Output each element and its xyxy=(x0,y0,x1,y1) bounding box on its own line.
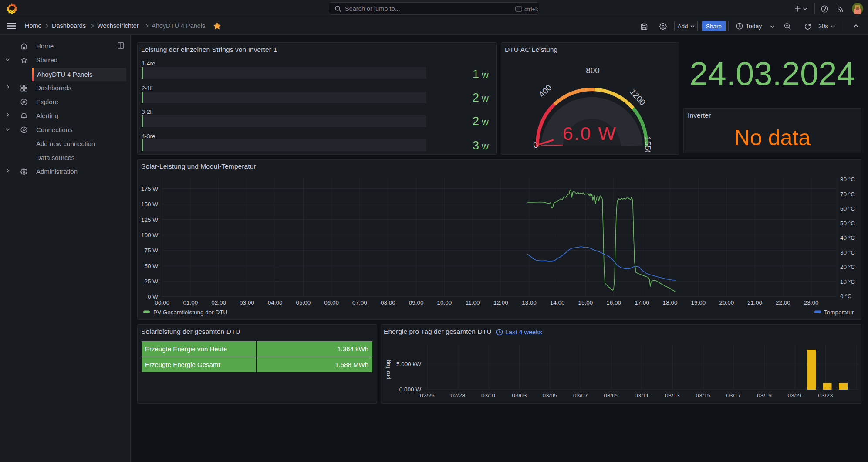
svg-text:03/13: 03/13 xyxy=(665,392,680,399)
svg-text:02/28: 02/28 xyxy=(451,392,466,399)
svg-text:03/11: 03/11 xyxy=(635,392,649,399)
svg-text:02:00: 02:00 xyxy=(211,299,226,306)
svg-text:03/05: 03/05 xyxy=(543,392,557,399)
svg-text:50 W: 50 W xyxy=(144,263,158,269)
svg-text:12:00: 12:00 xyxy=(493,299,508,306)
svg-text:13:00: 13:00 xyxy=(522,299,537,306)
svg-text:80 °C: 80 °C xyxy=(840,176,855,183)
svg-text:5.000 kW: 5.000 kW xyxy=(396,361,421,367)
svg-text:100 W: 100 W xyxy=(141,232,158,238)
svg-text:10 °C: 10 °C xyxy=(840,279,855,285)
svg-text:50 °C: 50 °C xyxy=(840,220,855,227)
svg-text:11:00: 11:00 xyxy=(466,299,480,306)
svg-text:05:00: 05:00 xyxy=(296,299,311,306)
svg-text:25 W: 25 W xyxy=(144,278,158,285)
svg-text:08:00: 08:00 xyxy=(381,299,395,306)
svg-text:75 W: 75 W xyxy=(144,247,158,254)
svg-text:03/07: 03/07 xyxy=(573,392,588,399)
svg-text:03/15: 03/15 xyxy=(696,392,711,399)
svg-text:400: 400 xyxy=(537,83,553,99)
svg-text:03:00: 03:00 xyxy=(240,299,254,306)
svg-text:40 °C: 40 °C xyxy=(840,234,855,241)
svg-text:14:00: 14:00 xyxy=(550,299,565,306)
svg-text:21:00: 21:00 xyxy=(747,299,762,306)
svg-text:10:00: 10:00 xyxy=(437,299,452,306)
svg-text:0 °C: 0 °C xyxy=(840,293,852,299)
svg-text:07:00: 07:00 xyxy=(352,299,367,306)
svg-text:03/21: 03/21 xyxy=(788,392,803,399)
svg-text:60 °C: 60 °C xyxy=(840,205,855,212)
svg-text:20:00: 20:00 xyxy=(719,299,734,306)
svg-text:6.0 W: 6.0 W xyxy=(563,123,617,144)
svg-text:1550: 1550 xyxy=(643,136,652,152)
svg-text:03/03: 03/03 xyxy=(512,392,527,399)
svg-text:175 W: 175 W xyxy=(141,186,158,192)
svg-text:03/23: 03/23 xyxy=(818,392,833,399)
svg-text:Temperatur: Temperatur xyxy=(824,309,854,316)
svg-text:03/17: 03/17 xyxy=(726,392,741,399)
svg-text:150 W: 150 W xyxy=(141,201,158,207)
svg-text:03/01: 03/01 xyxy=(481,392,496,399)
svg-text:30 °C: 30 °C xyxy=(840,249,855,256)
svg-text:pro Tag: pro Tag xyxy=(385,360,391,380)
svg-text:19:00: 19:00 xyxy=(691,299,706,306)
svg-text:03/09: 03/09 xyxy=(604,392,619,399)
svg-text:PV-Gesamtleistung der DTU: PV-Gesamtleistung der DTU xyxy=(153,309,227,316)
svg-text:16:00: 16:00 xyxy=(606,299,621,306)
svg-text:23:00: 23:00 xyxy=(804,299,819,306)
svg-text:0 W: 0 W xyxy=(148,293,158,300)
svg-text:20 °C: 20 °C xyxy=(840,264,855,270)
svg-text:125 W: 125 W xyxy=(141,217,158,223)
svg-text:18:00: 18:00 xyxy=(663,299,678,306)
svg-text:09:00: 09:00 xyxy=(409,299,424,306)
svg-text:0.000 W: 0.000 W xyxy=(399,386,422,393)
svg-text:01:00: 01:00 xyxy=(183,299,198,306)
svg-text:15:00: 15:00 xyxy=(578,299,593,306)
svg-text:00:00: 00:00 xyxy=(155,299,170,306)
svg-text:17:00: 17:00 xyxy=(635,299,649,306)
svg-text:22:00: 22:00 xyxy=(776,299,790,306)
svg-text:03/19: 03/19 xyxy=(757,392,772,399)
svg-text:02/26: 02/26 xyxy=(420,392,435,399)
svg-text:04:00: 04:00 xyxy=(268,299,283,306)
svg-text:800: 800 xyxy=(586,66,600,75)
svg-text:06:00: 06:00 xyxy=(324,299,339,306)
svg-text:70 °C: 70 °C xyxy=(840,191,855,197)
